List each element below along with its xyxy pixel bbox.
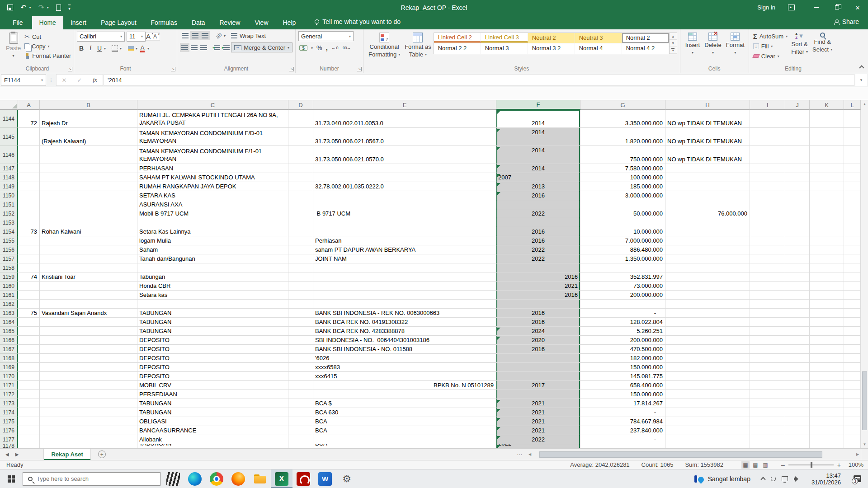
- cell-E1163[interactable]: BANK SBI INDONESIA - REK NO. 0063000663: [313, 309, 496, 318]
- cell-G1169[interactable]: 150.000.000: [580, 363, 665, 372]
- cell-D1162[interactable]: [288, 300, 313, 309]
- tab-file[interactable]: File: [4, 16, 32, 29]
- name-box-dropdown-icon[interactable]: [41, 78, 43, 82]
- cell-J1154[interactable]: [785, 227, 810, 236]
- row-header-1176[interactable]: 1176: [0, 426, 18, 435]
- cell-G1151[interactable]: [580, 200, 665, 209]
- cell-L1166[interactable]: [844, 336, 861, 345]
- cell-K1147[interactable]: [810, 164, 844, 173]
- row-header-1156[interactable]: 1156: [0, 245, 18, 254]
- save-icon[interactable]: [7, 5, 13, 10]
- cell-C1167[interactable]: DEPOSITO: [137, 345, 288, 354]
- cell-E1175[interactable]: BCA: [313, 417, 496, 426]
- cell-A1176[interactable]: [18, 426, 40, 435]
- cell-B1160[interactable]: [40, 282, 137, 291]
- cell-F1155[interactable]: 2016: [496, 236, 580, 245]
- cell-I1173[interactable]: [750, 399, 785, 408]
- name-box[interactable]: F1144: [1, 74, 46, 86]
- cell-E1172[interactable]: [313, 390, 496, 399]
- cell-I1147[interactable]: [750, 164, 785, 173]
- cell-D1144[interactable]: [288, 110, 313, 128]
- cell-F1156[interactable]: 2022: [496, 245, 580, 254]
- cell-A1146[interactable]: [18, 146, 40, 164]
- cell-I1146[interactable]: [750, 146, 785, 164]
- col-header-K[interactable]: K: [810, 100, 844, 110]
- cell-H1175[interactable]: [665, 417, 750, 426]
- cell-H1156[interactable]: [665, 245, 750, 254]
- cell-K1176[interactable]: [810, 426, 844, 435]
- row-header-1171[interactable]: 1171: [0, 381, 18, 390]
- cell-E1178[interactable]: BCA: [313, 444, 496, 448]
- cell-F1175[interactable]: 2021: [496, 417, 580, 426]
- row-header-1147[interactable]: 1147: [0, 164, 18, 173]
- cell-H1174[interactable]: [665, 408, 750, 417]
- cell-D1169[interactable]: [288, 363, 313, 372]
- orientation-button[interactable]: [214, 31, 224, 40]
- cell-A1155[interactable]: [18, 236, 40, 245]
- cell-G1174[interactable]: -: [580, 408, 665, 417]
- cell-I1167[interactable]: [750, 345, 785, 354]
- cell-C1144[interactable]: RUMAH JL. CEMPAKA PUTIH TENGAH 26A NO 9A…: [137, 110, 288, 128]
- cell-E1145[interactable]: 31.73.050.006.021.0567.0: [313, 128, 496, 146]
- select-all-corner[interactable]: [0, 100, 18, 110]
- row-header-1162[interactable]: 1162: [0, 300, 18, 309]
- cell-G1178[interactable]: [580, 444, 665, 448]
- cell-H1157[interactable]: [665, 254, 750, 263]
- cell-F1146[interactable]: 2014: [496, 146, 580, 164]
- cell-H1169[interactable]: [665, 363, 750, 372]
- cell-A1166[interactable]: [18, 336, 40, 345]
- cell-L1149[interactable]: [844, 182, 861, 191]
- cell-K1161[interactable]: [810, 291, 844, 300]
- cell-E1161[interactable]: [313, 291, 496, 300]
- cell-L1170[interactable]: [844, 372, 861, 381]
- cell-L1174[interactable]: [844, 408, 861, 417]
- cell-L1167[interactable]: [844, 345, 861, 354]
- sheet-tab-rekap-aset[interactable]: Rekap Aset: [43, 449, 90, 460]
- underline-dropdown-icon[interactable]: [104, 47, 106, 51]
- cell-B1154[interactable]: Rohan Kalwani: [40, 227, 137, 236]
- zoom-in-icon[interactable]: [837, 461, 841, 469]
- row-header-1157[interactable]: 1157: [0, 254, 18, 263]
- cell-C1154[interactable]: Setara Kas Lainnya: [137, 227, 288, 236]
- borders-dropdown-icon[interactable]: [120, 47, 122, 51]
- cell-A1157[interactable]: [18, 254, 40, 263]
- tab-insert[interactable]: Insert: [63, 16, 94, 29]
- cell-G1177[interactable]: -: [580, 435, 665, 444]
- cell-B1162[interactable]: [40, 300, 137, 309]
- col-header-H[interactable]: H: [665, 100, 750, 110]
- cell-F1163[interactable]: 2016: [496, 309, 580, 318]
- insert-cells-button[interactable]: Insert: [683, 31, 703, 65]
- cell-L1158[interactable]: [844, 263, 861, 272]
- show-hidden-icons-icon[interactable]: [760, 477, 765, 482]
- cell-G1149[interactable]: 185.000.000: [580, 182, 665, 191]
- cell-C1170[interactable]: DEPOSITO: [137, 372, 288, 381]
- row-header-1167[interactable]: 1167: [0, 345, 18, 354]
- cell-D1147[interactable]: [288, 164, 313, 173]
- cell-I1178[interactable]: [750, 444, 785, 448]
- row-header-1166[interactable]: 1166: [0, 336, 18, 345]
- cell-F1147[interactable]: 2014: [496, 164, 580, 173]
- col-header-L[interactable]: L: [844, 100, 861, 110]
- row-header-1150[interactable]: 1150: [0, 191, 18, 200]
- cell-F1174[interactable]: 2021: [496, 408, 580, 417]
- row-header-1165[interactable]: 1165: [0, 327, 18, 336]
- cell-K1149[interactable]: [810, 182, 844, 191]
- cell-F1169[interactable]: [496, 363, 580, 372]
- cell-J1158[interactable]: [785, 263, 810, 272]
- style-normal-3[interactable]: Normal 3: [481, 43, 528, 54]
- tab-data[interactable]: Data: [184, 16, 212, 29]
- cell-E1177[interactable]: [313, 435, 496, 444]
- cell-H1173[interactable]: [665, 399, 750, 408]
- cell-F1150[interactable]: 2016: [496, 191, 580, 200]
- cell-C1175[interactable]: OBLIGASI: [137, 417, 288, 426]
- zoom-out-icon[interactable]: [781, 461, 785, 469]
- cell-B1169[interactable]: [40, 363, 137, 372]
- cell-H1164[interactable]: [665, 318, 750, 327]
- cell-L1152[interactable]: [844, 209, 861, 218]
- cell-D1153[interactable]: [288, 218, 313, 227]
- cell-H1171[interactable]: [665, 381, 750, 390]
- cell-E1170[interactable]: xxx6415: [313, 372, 496, 381]
- italic-button[interactable]: I: [86, 44, 95, 53]
- cell-F1144[interactable]: 2014: [496, 110, 580, 128]
- cell-I1177[interactable]: [750, 435, 785, 444]
